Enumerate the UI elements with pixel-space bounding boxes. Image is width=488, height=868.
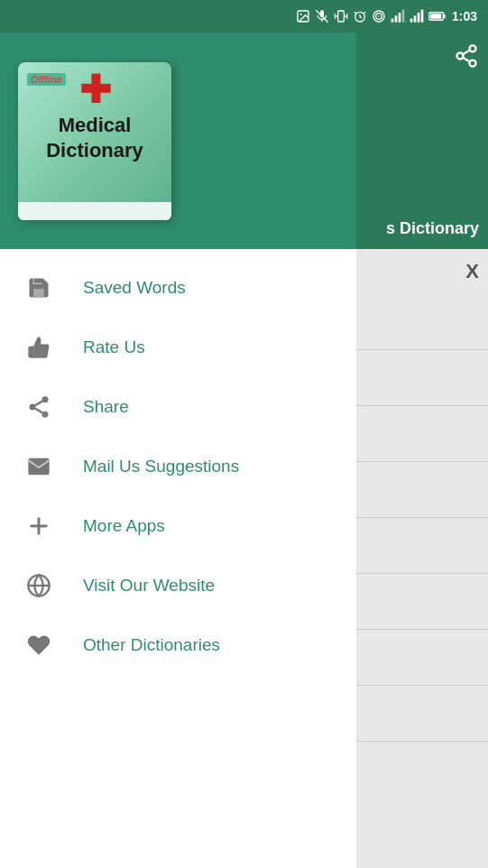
svg-rect-18	[414, 15, 417, 22]
svg-point-30	[30, 404, 36, 411]
menu-label-share: Share	[83, 397, 129, 417]
thumbs-up-icon	[22, 330, 56, 365]
divider-row	[356, 350, 488, 406]
svg-rect-14	[395, 15, 398, 22]
menu-item-share[interactable]: Share	[0, 377, 356, 437]
svg-point-12	[378, 15, 379, 16]
svg-line-32	[35, 409, 42, 413]
svg-rect-23	[430, 14, 441, 19]
svg-rect-15	[399, 13, 401, 23]
svg-line-33	[35, 402, 42, 406]
menu-label-rate-us: Rate Us	[83, 337, 145, 357]
menu-item-saved-words[interactable]: Saved Words	[0, 258, 356, 318]
svg-rect-22	[443, 14, 445, 18]
app-logo: Offline ✚ Medical Dictionary	[18, 62, 171, 220]
plus-icon	[22, 509, 56, 543]
menu-item-mail[interactable]: Mail Us Suggestions	[0, 437, 356, 496]
right-panel-header: s Dictionary	[356, 32, 488, 249]
menu-label-other-dicts: Other Dictionaries	[83, 635, 220, 655]
svg-rect-16	[402, 10, 405, 23]
menu-item-rate-us[interactable]: Rate Us	[0, 318, 356, 377]
offline-badge: Offline	[27, 73, 66, 86]
svg-rect-13	[391, 19, 394, 23]
cross-icon: ✚	[79, 71, 111, 109]
divider-row	[356, 630, 488, 686]
right-panel: s Dictionary X	[356, 32, 488, 868]
menu-label-more-apps: More Apps	[83, 516, 165, 536]
menu-label-website: Visit Our Website	[83, 576, 215, 596]
drawer-header: Offline ✚ Medical Dictionary	[0, 32, 356, 249]
svg-rect-20	[421, 10, 424, 23]
svg-point-24	[470, 45, 476, 51]
main-container: s Dictionary X Offline ✚ Medical Diction…	[0, 32, 488, 868]
svg-point-1	[300, 14, 302, 15]
svg-line-27	[463, 58, 470, 62]
divider-row	[356, 686, 488, 742]
logo-text: Medical Dictionary	[46, 113, 143, 164]
globe-icon	[22, 568, 56, 603]
menu-label-saved-words: Saved Words	[83, 278, 186, 298]
right-panel-title: s Dictionary	[386, 219, 479, 238]
menu-label-mail: Mail Us Suggestions	[83, 457, 239, 476]
svg-point-26	[470, 60, 476, 67]
close-button[interactable]: X	[356, 249, 488, 294]
svg-point-25	[457, 53, 464, 60]
mail-icon	[22, 449, 56, 484]
svg-rect-17	[410, 19, 413, 23]
divider-row	[356, 462, 488, 518]
svg-point-31	[42, 411, 49, 418]
menu-item-website[interactable]: Visit Our Website	[0, 556, 356, 615]
share-button[interactable]	[454, 43, 479, 74]
status-bar: 1:03	[0, 0, 488, 32]
heart-icon	[22, 628, 56, 662]
menu-item-other-dicts[interactable]: Other Dictionaries	[0, 615, 356, 675]
drawer-menu: Saved Words Rate Us	[0, 249, 356, 868]
svg-rect-19	[418, 13, 420, 23]
svg-line-28	[463, 51, 470, 55]
svg-rect-4	[338, 11, 345, 22]
status-time: 1:03	[452, 9, 477, 23]
divider-row	[356, 294, 488, 350]
divider-row	[356, 518, 488, 574]
divider-row	[356, 574, 488, 630]
menu-item-more-apps[interactable]: More Apps	[0, 496, 356, 556]
divider-row	[356, 406, 488, 462]
share-menu-icon	[22, 390, 56, 424]
navigation-drawer: Offline ✚ Medical Dictionary	[0, 32, 356, 868]
floppy-disk-icon	[22, 271, 56, 305]
svg-point-29	[42, 396, 49, 402]
status-icons	[296, 9, 447, 23]
right-dividers	[356, 294, 488, 742]
book-bottom	[18, 202, 171, 220]
